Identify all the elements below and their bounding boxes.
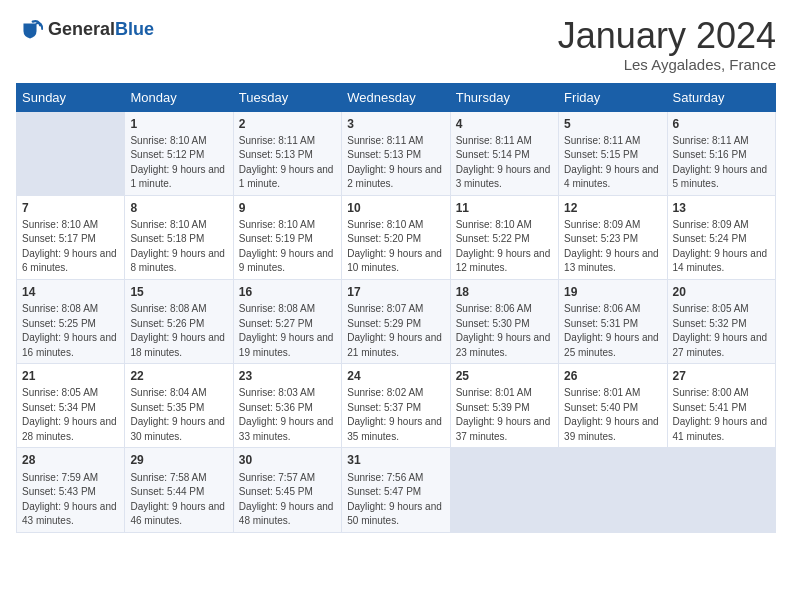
table-row: 29Sunrise: 7:58 AMSunset: 5:44 PMDayligh… bbox=[125, 448, 233, 532]
table-row bbox=[667, 448, 775, 532]
table-row: 4Sunrise: 8:11 AMSunset: 5:14 PMDaylight… bbox=[450, 111, 558, 195]
day-number: 5 bbox=[564, 116, 661, 132]
table-row: 22Sunrise: 8:04 AMSunset: 5:35 PMDayligh… bbox=[125, 364, 233, 448]
day-info: Sunrise: 8:11 AMSunset: 5:13 PMDaylight:… bbox=[347, 135, 442, 190]
day-number: 29 bbox=[130, 452, 227, 468]
day-info: Sunrise: 8:10 AMSunset: 5:17 PMDaylight:… bbox=[22, 219, 117, 274]
logo-icon bbox=[16, 16, 44, 44]
calendar-week-row: 28Sunrise: 7:59 AMSunset: 5:43 PMDayligh… bbox=[17, 448, 776, 532]
day-info: Sunrise: 8:10 AMSunset: 5:22 PMDaylight:… bbox=[456, 219, 551, 274]
day-number: 26 bbox=[564, 368, 661, 384]
table-row: 25Sunrise: 8:01 AMSunset: 5:39 PMDayligh… bbox=[450, 364, 558, 448]
day-info: Sunrise: 8:11 AMSunset: 5:13 PMDaylight:… bbox=[239, 135, 334, 190]
table-row: 12Sunrise: 8:09 AMSunset: 5:23 PMDayligh… bbox=[559, 195, 667, 279]
day-info: Sunrise: 8:11 AMSunset: 5:14 PMDaylight:… bbox=[456, 135, 551, 190]
day-info: Sunrise: 7:56 AMSunset: 5:47 PMDaylight:… bbox=[347, 472, 442, 527]
day-number: 1 bbox=[130, 116, 227, 132]
table-row: 9Sunrise: 8:10 AMSunset: 5:19 PMDaylight… bbox=[233, 195, 341, 279]
day-number: 27 bbox=[673, 368, 770, 384]
col-thursday: Thursday bbox=[450, 83, 558, 111]
day-info: Sunrise: 7:59 AMSunset: 5:43 PMDaylight:… bbox=[22, 472, 117, 527]
day-info: Sunrise: 8:02 AMSunset: 5:37 PMDaylight:… bbox=[347, 387, 442, 442]
day-number: 13 bbox=[673, 200, 770, 216]
table-row: 31Sunrise: 7:56 AMSunset: 5:47 PMDayligh… bbox=[342, 448, 450, 532]
table-row: 2Sunrise: 8:11 AMSunset: 5:13 PMDaylight… bbox=[233, 111, 341, 195]
table-row: 26Sunrise: 8:01 AMSunset: 5:40 PMDayligh… bbox=[559, 364, 667, 448]
table-row: 19Sunrise: 8:06 AMSunset: 5:31 PMDayligh… bbox=[559, 279, 667, 363]
day-info: Sunrise: 8:10 AMSunset: 5:19 PMDaylight:… bbox=[239, 219, 334, 274]
logo-text: GeneralBlue bbox=[48, 20, 154, 40]
day-info: Sunrise: 8:05 AMSunset: 5:32 PMDaylight:… bbox=[673, 303, 768, 358]
logo: GeneralBlue bbox=[16, 16, 154, 44]
day-info: Sunrise: 8:10 AMSunset: 5:12 PMDaylight:… bbox=[130, 135, 225, 190]
location: Les Aygalades, France bbox=[558, 56, 776, 73]
day-number: 3 bbox=[347, 116, 444, 132]
table-row: 23Sunrise: 8:03 AMSunset: 5:36 PMDayligh… bbox=[233, 364, 341, 448]
table-row: 13Sunrise: 8:09 AMSunset: 5:24 PMDayligh… bbox=[667, 195, 775, 279]
calendar-header-row: Sunday Monday Tuesday Wednesday Thursday… bbox=[17, 83, 776, 111]
day-number: 9 bbox=[239, 200, 336, 216]
table-row bbox=[559, 448, 667, 532]
col-tuesday: Tuesday bbox=[233, 83, 341, 111]
day-number: 2 bbox=[239, 116, 336, 132]
day-number: 25 bbox=[456, 368, 553, 384]
day-number: 19 bbox=[564, 284, 661, 300]
col-friday: Friday bbox=[559, 83, 667, 111]
table-row: 5Sunrise: 8:11 AMSunset: 5:15 PMDaylight… bbox=[559, 111, 667, 195]
table-row: 14Sunrise: 8:08 AMSunset: 5:25 PMDayligh… bbox=[17, 279, 125, 363]
day-info: Sunrise: 8:06 AMSunset: 5:30 PMDaylight:… bbox=[456, 303, 551, 358]
day-number: 20 bbox=[673, 284, 770, 300]
day-number: 12 bbox=[564, 200, 661, 216]
day-info: Sunrise: 8:01 AMSunset: 5:40 PMDaylight:… bbox=[564, 387, 659, 442]
day-number: 10 bbox=[347, 200, 444, 216]
day-number: 16 bbox=[239, 284, 336, 300]
day-number: 21 bbox=[22, 368, 119, 384]
day-info: Sunrise: 7:58 AMSunset: 5:44 PMDaylight:… bbox=[130, 472, 225, 527]
day-number: 11 bbox=[456, 200, 553, 216]
table-row: 24Sunrise: 8:02 AMSunset: 5:37 PMDayligh… bbox=[342, 364, 450, 448]
day-info: Sunrise: 8:04 AMSunset: 5:35 PMDaylight:… bbox=[130, 387, 225, 442]
table-row: 8Sunrise: 8:10 AMSunset: 5:18 PMDaylight… bbox=[125, 195, 233, 279]
day-number: 28 bbox=[22, 452, 119, 468]
day-number: 23 bbox=[239, 368, 336, 384]
title-section: January 2024 Les Aygalades, France bbox=[558, 16, 776, 73]
day-info: Sunrise: 8:08 AMSunset: 5:25 PMDaylight:… bbox=[22, 303, 117, 358]
day-number: 14 bbox=[22, 284, 119, 300]
table-row: 30Sunrise: 7:57 AMSunset: 5:45 PMDayligh… bbox=[233, 448, 341, 532]
table-row: 18Sunrise: 8:06 AMSunset: 5:30 PMDayligh… bbox=[450, 279, 558, 363]
table-row: 27Sunrise: 8:00 AMSunset: 5:41 PMDayligh… bbox=[667, 364, 775, 448]
calendar-table: Sunday Monday Tuesday Wednesday Thursday… bbox=[16, 83, 776, 533]
day-info: Sunrise: 8:03 AMSunset: 5:36 PMDaylight:… bbox=[239, 387, 334, 442]
col-saturday: Saturday bbox=[667, 83, 775, 111]
table-row: 21Sunrise: 8:05 AMSunset: 5:34 PMDayligh… bbox=[17, 364, 125, 448]
calendar-week-row: 1Sunrise: 8:10 AMSunset: 5:12 PMDaylight… bbox=[17, 111, 776, 195]
day-info: Sunrise: 8:10 AMSunset: 5:18 PMDaylight:… bbox=[130, 219, 225, 274]
day-number: 4 bbox=[456, 116, 553, 132]
table-row: 17Sunrise: 8:07 AMSunset: 5:29 PMDayligh… bbox=[342, 279, 450, 363]
table-row: 6Sunrise: 8:11 AMSunset: 5:16 PMDaylight… bbox=[667, 111, 775, 195]
table-row: 16Sunrise: 8:08 AMSunset: 5:27 PMDayligh… bbox=[233, 279, 341, 363]
table-row: 10Sunrise: 8:10 AMSunset: 5:20 PMDayligh… bbox=[342, 195, 450, 279]
day-number: 17 bbox=[347, 284, 444, 300]
table-row: 3Sunrise: 8:11 AMSunset: 5:13 PMDaylight… bbox=[342, 111, 450, 195]
table-row bbox=[450, 448, 558, 532]
day-number: 15 bbox=[130, 284, 227, 300]
calendar-week-row: 21Sunrise: 8:05 AMSunset: 5:34 PMDayligh… bbox=[17, 364, 776, 448]
day-number: 24 bbox=[347, 368, 444, 384]
day-info: Sunrise: 8:11 AMSunset: 5:16 PMDaylight:… bbox=[673, 135, 768, 190]
day-info: Sunrise: 8:09 AMSunset: 5:23 PMDaylight:… bbox=[564, 219, 659, 274]
day-info: Sunrise: 8:06 AMSunset: 5:31 PMDaylight:… bbox=[564, 303, 659, 358]
day-info: Sunrise: 8:08 AMSunset: 5:27 PMDaylight:… bbox=[239, 303, 334, 358]
day-number: 30 bbox=[239, 452, 336, 468]
month-title: January 2024 bbox=[558, 16, 776, 56]
header: GeneralBlue January 2024 Les Aygalades, … bbox=[16, 16, 776, 73]
day-info: Sunrise: 8:09 AMSunset: 5:24 PMDaylight:… bbox=[673, 219, 768, 274]
table-row: 20Sunrise: 8:05 AMSunset: 5:32 PMDayligh… bbox=[667, 279, 775, 363]
day-info: Sunrise: 7:57 AMSunset: 5:45 PMDaylight:… bbox=[239, 472, 334, 527]
col-sunday: Sunday bbox=[17, 83, 125, 111]
day-info: Sunrise: 8:08 AMSunset: 5:26 PMDaylight:… bbox=[130, 303, 225, 358]
day-number: 18 bbox=[456, 284, 553, 300]
day-info: Sunrise: 8:01 AMSunset: 5:39 PMDaylight:… bbox=[456, 387, 551, 442]
table-row: 7Sunrise: 8:10 AMSunset: 5:17 PMDaylight… bbox=[17, 195, 125, 279]
calendar-week-row: 14Sunrise: 8:08 AMSunset: 5:25 PMDayligh… bbox=[17, 279, 776, 363]
